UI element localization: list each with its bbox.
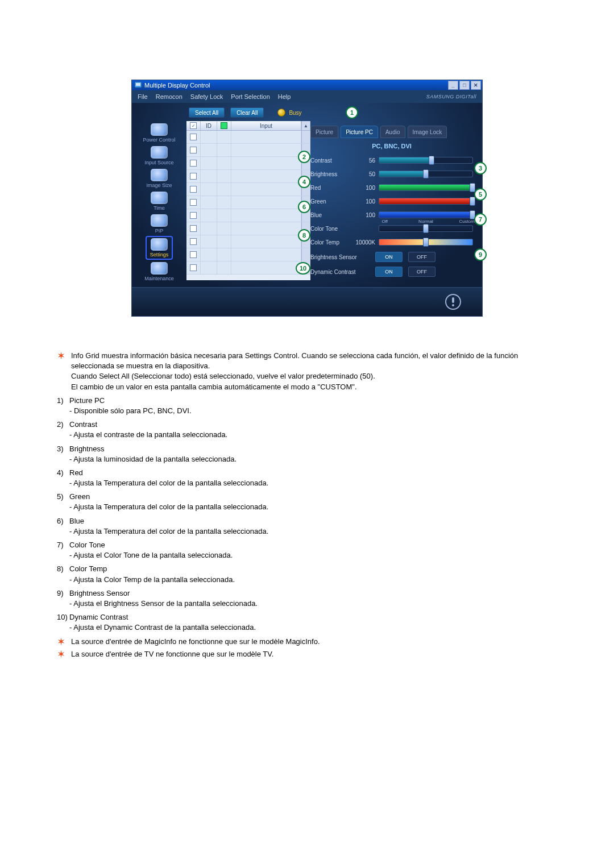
sidebar-item-time[interactable]: Time [151,192,168,211]
brightness-sensor-off[interactable]: OFF [408,252,435,262]
close-button[interactable]: ✕ [471,81,481,90]
list-title: Brightness Sensor [69,589,130,597]
list-num: 8) [57,564,69,574]
row-checkbox[interactable] [190,225,197,232]
red-slider[interactable] [379,184,473,191]
brightness-slider[interactable] [379,171,473,177]
table-row[interactable] [186,248,310,261]
blue-slider[interactable] [379,211,473,218]
table-row[interactable] [186,131,310,144]
intro-text-2: Cuando Select All (Seleccionar todo) est… [71,371,557,381]
table-row[interactable] [186,157,310,170]
color-temp-slider[interactable] [379,239,473,246]
brightness-sensor-on[interactable]: ON [375,252,403,262]
minimize-button[interactable]: _ [448,81,458,90]
sidebar-item-input-source[interactable]: Input Source [144,146,173,165]
menu-remocon[interactable]: Remocon [156,93,182,100]
star-icon: ✶ [57,637,65,647]
green-value: 100 [354,198,379,205]
svg-point-4 [452,304,454,306]
color-temp-value: 10000K [354,239,379,246]
table-row[interactable] [186,222,310,235]
header-checkbox[interactable] [190,122,197,129]
explanation-block: ✶ Info Grid muestra información básica n… [57,351,557,659]
contrast-label: Contrast [310,157,354,164]
list-title: Blue [69,517,84,525]
tab-picture-pc[interactable]: Picture PC [341,126,378,138]
callout-10: 10 [296,262,310,275]
list-num: 5) [57,492,69,502]
tab-audio[interactable]: Audio [380,126,405,138]
power-icon [151,123,168,136]
row-checkbox[interactable] [190,264,197,271]
row-checkbox[interactable] [190,147,197,153]
row-checkbox[interactable] [190,199,197,206]
dynamic-contrast-on[interactable]: ON [375,267,403,277]
row-checkbox[interactable] [190,251,197,258]
busy-label: Busy [289,110,301,116]
callout-4: 4 [298,176,310,188]
table-row[interactable] [186,196,310,209]
contrast-slider[interactable] [379,157,473,164]
menu-file[interactable]: File [138,93,148,100]
clear-all-button[interactable]: Clear All [230,107,264,118]
tab-picture[interactable]: Picture [310,126,338,138]
list-num: 3) [57,444,69,454]
tone-tick-normal: Normal [418,219,433,224]
input-source-icon [151,146,168,159]
menu-safety-lock[interactable]: Safety Lock [190,93,223,100]
row-checkbox[interactable] [190,238,197,245]
col-input: Input [231,121,301,130]
contrast-value: 56 [354,157,379,164]
red-label: Red [310,185,354,191]
list-sub: - Ajusta el Brightness Sensor de la pant… [57,599,557,609]
list-title: Picture PC [69,396,105,405]
maximize-button[interactable]: □ [459,81,470,90]
list-sub: - Ajusta el Dynamic Contrast de la panta… [57,622,557,633]
window-title: Multiple Display Control [144,82,210,89]
sidebar-item-maintenance[interactable]: Maintenance [144,262,174,281]
table-row[interactable] [186,144,310,157]
table-row[interactable] [186,235,310,248]
row-checkbox[interactable] [190,212,197,219]
row-checkbox[interactable] [190,173,197,180]
menu-port-selection[interactable]: Port Selection [231,93,269,100]
app-body: Power Control Input Source Image Size Ti… [132,103,482,287]
red-value: 100 [354,185,379,191]
note-2: La source d'entrée de TV ne fonctionne q… [71,649,273,659]
table-row[interactable] [186,170,310,183]
color-tone-slider[interactable]: Off Normal Custom [379,225,473,232]
table-row[interactable] [186,209,310,222]
dynamic-contrast-label: Dynamic Contrast [310,269,375,275]
row-checkbox[interactable] [190,186,197,193]
sidebar-item-settings[interactable]: Settings [147,237,172,259]
menu-help[interactable]: Help [278,93,291,100]
table-row[interactable] [186,183,310,196]
list-num: 4) [57,468,69,478]
list-title: Dynamic Contrast [69,613,128,621]
list-sub: - Ajusta la luminosidad de la pantalla s… [57,454,557,464]
select-all-button[interactable]: Select All [189,107,225,118]
sidebar-item-pip[interactable]: PIP [151,214,168,234]
row-checkbox[interactable] [190,134,197,140]
list-num: 2) [57,420,69,430]
busy-indicator: Busy [277,109,301,117]
svg-rect-3 [452,297,454,303]
grid-header: ID Input ▲ [186,121,310,131]
list-sub: - Ajusta el contraste de la pantalla sel… [57,430,557,440]
svg-rect-1 [136,83,140,86]
list-num: 9) [57,588,69,599]
tab-image-lock[interactable]: Image Lock [408,126,447,138]
scroll-up-icon[interactable]: ▲ [304,123,308,128]
list-title: Green [69,492,90,501]
sidebar-item-power-control[interactable]: Power Control [143,123,175,143]
list-num: 1) [57,396,69,406]
warning-icon [445,293,462,310]
green-slider[interactable] [379,198,473,205]
list-sub: - Ajusta la Temperatura del color de la … [57,526,557,537]
dynamic-contrast-off[interactable]: OFF [408,267,435,277]
sidebar-item-image-size[interactable]: Image Size [146,169,172,188]
table-row[interactable] [186,261,310,275]
row-checkbox[interactable] [190,160,197,167]
list-sub: - Ajusta el Color Tone de la pantalla se… [57,550,557,560]
